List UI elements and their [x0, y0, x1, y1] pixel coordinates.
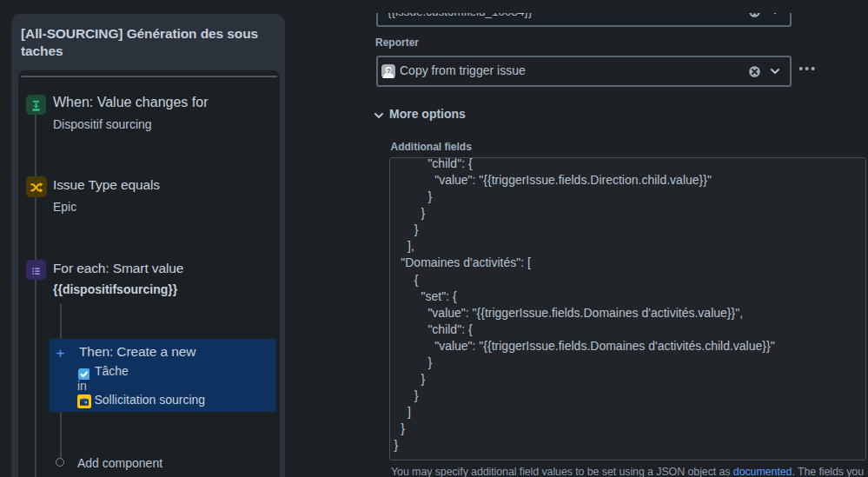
svg-text:?: ?	[386, 67, 390, 75]
